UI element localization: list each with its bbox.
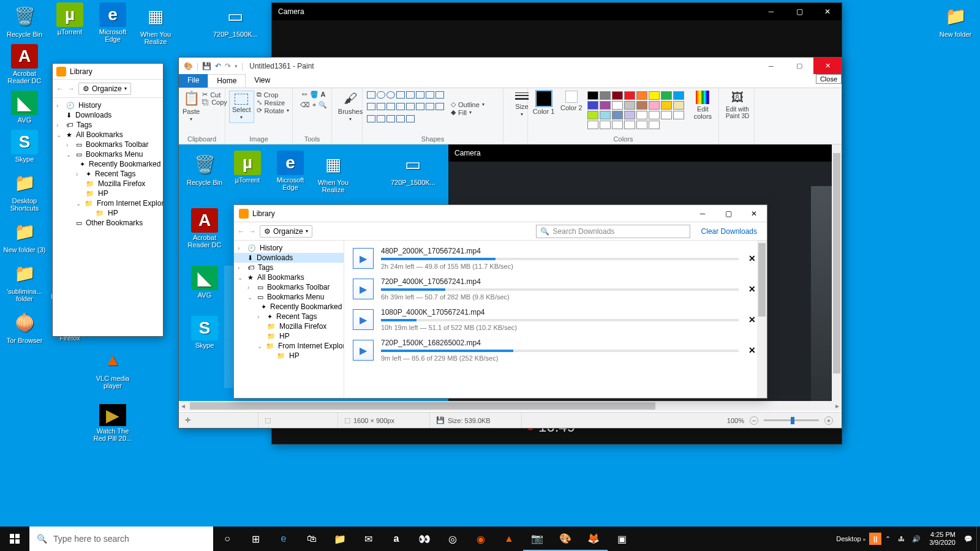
tree-twisty-icon[interactable]: ⌄ xyxy=(247,294,254,301)
close-button[interactable]: ✕ xyxy=(741,205,767,222)
crop-button[interactable]: ⧉Crop xyxy=(257,91,289,99)
desktop-icon[interactable]: ◣AVG xyxy=(2,91,47,124)
download-item[interactable]: ▶ 1080P_4000K_170567241.mp4 10h 19m left… xyxy=(344,304,767,335)
tree-node[interactable]: ⬇Downloads xyxy=(234,253,344,263)
tree-twisty-icon[interactable]: › xyxy=(247,284,254,291)
canvas-vscrollbar[interactable] xyxy=(832,144,842,411)
color-swatch[interactable] xyxy=(612,111,623,119)
color-swatch[interactable] xyxy=(612,91,623,100)
back-button[interactable]: ← xyxy=(56,84,64,93)
tree-node[interactable]: 📁HP xyxy=(234,331,344,341)
paint-titlebar[interactable]: 🎨 | 💾 ↶ ↷ ▾ | Untitled1361 - Paint ─ ▢ ✕ xyxy=(179,58,842,74)
tree-twisty-icon[interactable]: › xyxy=(238,245,244,252)
tree-node[interactable]: ›✦Recent Tags xyxy=(53,169,163,179)
color-swatch[interactable] xyxy=(649,101,660,110)
tree-node[interactable]: ⌄▭Bookmarks Menu xyxy=(53,149,163,159)
color-swatch[interactable] xyxy=(636,91,647,100)
desktop-icon-vlc[interactable]: ▲ VLC media player xyxy=(91,347,135,389)
color-swatch[interactable] xyxy=(661,91,672,100)
tb-app3[interactable]: ▣ xyxy=(608,527,636,551)
desktop-icon[interactable]: ▭720P_1500K... xyxy=(391,151,435,186)
search-downloads-input[interactable]: 🔍 Search Downloads xyxy=(536,225,690,238)
toolbar-desktop[interactable]: Desktop » xyxy=(832,535,869,542)
tree-node[interactable]: ✦Recently Bookmarked xyxy=(234,302,344,312)
tree-twisty-icon[interactable]: › xyxy=(238,264,244,271)
tree-twisty-icon[interactable]: › xyxy=(56,102,62,109)
color-swatch[interactable] xyxy=(612,121,623,129)
resize-button[interactable]: ⤡Resize xyxy=(257,99,289,107)
tree-node[interactable]: ⌄★All Bookmarks xyxy=(234,272,344,282)
desktop-icon[interactable]: 🗑️Recycle Bin xyxy=(2,2,47,38)
rotate-button[interactable]: ⟳Rotate▾ xyxy=(257,107,289,114)
desktop-icon-watch[interactable]: ▶ Watch The Red Pill 20... xyxy=(91,404,135,442)
download-item[interactable]: ▶ 480P_2000K_170567241.mp4 2h 24m left —… xyxy=(344,243,767,274)
cortana-button[interactable]: ○ xyxy=(213,527,241,551)
tree-node[interactable]: ⌄📁From Internet Explorer xyxy=(234,341,344,351)
cut-button[interactable]: ✂Cut xyxy=(202,91,227,99)
paste-button[interactable]: 📋Paste▾ xyxy=(183,91,200,122)
tree-node[interactable]: 📁Mozilla Firefox xyxy=(53,179,163,189)
tree-twisty-icon[interactable]: ⌄ xyxy=(56,132,62,138)
download-cancel-button[interactable]: ✕ xyxy=(746,252,758,264)
start-button[interactable] xyxy=(0,527,29,551)
tb-mail[interactable]: ✉ xyxy=(354,527,382,551)
task-view-button[interactable]: ⊞ xyxy=(241,527,270,551)
tb-amazon[interactable]: a xyxy=(382,527,410,551)
shape-fill-button[interactable]: ◆Fill▾ xyxy=(451,108,484,116)
clear-downloads-link[interactable]: Clear Downloads xyxy=(701,227,757,236)
tray-network-icon[interactable]: 🖧 xyxy=(894,535,908,542)
download-cancel-button[interactable]: ✕ xyxy=(746,313,758,326)
tray-clock[interactable]: 4:25 PM 3/9/2020 xyxy=(924,531,960,547)
color-swatch[interactable] xyxy=(673,91,684,100)
tree-twisty-icon[interactable]: ⌄ xyxy=(257,343,262,350)
tree-node[interactable]: ›🕘History xyxy=(53,100,163,110)
color-swatch[interactable] xyxy=(624,101,635,110)
library2-titlebar[interactable]: Library ─ ▢ ✕ xyxy=(234,205,767,222)
text-tool-icon[interactable]: A xyxy=(321,91,326,99)
color-palette[interactable] xyxy=(587,91,687,130)
zoom-slider[interactable] xyxy=(764,419,819,421)
color-swatch[interactable] xyxy=(587,91,598,100)
tb-paint[interactable]: 🎨 xyxy=(551,527,579,551)
color-swatch[interactable] xyxy=(587,111,598,119)
download-item[interactable]: ▶ 720P_1500K_168265002.mp4 9m left — 85.… xyxy=(344,335,767,365)
tb-explorer[interactable]: 📁 xyxy=(326,527,354,551)
color-swatch[interactable] xyxy=(600,111,611,119)
tree-node[interactable]: 📁HP xyxy=(53,208,163,218)
desktop-icon[interactable]: AAcrobat Reader DC xyxy=(183,208,227,249)
tree-node[interactable]: 📁HP xyxy=(53,189,163,198)
minimize-button[interactable]: ─ xyxy=(690,205,715,222)
maximize-button[interactable]: ▢ xyxy=(785,58,813,74)
color-swatch[interactable] xyxy=(600,91,611,100)
color-swatch[interactable] xyxy=(649,111,660,119)
minimize-button[interactable]: ─ xyxy=(757,58,785,74)
color-swatch[interactable] xyxy=(587,101,598,110)
tree-node[interactable]: ✦Recently Bookmarked xyxy=(53,159,163,169)
color-swatch[interactable] xyxy=(624,111,635,119)
tb-camera[interactable]: 📷 xyxy=(523,527,551,551)
tb-tripadvisor[interactable]: 👀 xyxy=(410,527,439,551)
tb-app2[interactable]: ◉ xyxy=(467,527,495,551)
tree-node[interactable]: ▭Other Bookmarks xyxy=(53,218,163,228)
shape-outline-button[interactable]: ◇Outline▾ xyxy=(451,100,484,108)
download-cancel-button[interactable]: ✕ xyxy=(746,344,758,356)
maximize-button[interactable]: ▢ xyxy=(715,205,741,222)
tb-edge[interactable]: e xyxy=(270,527,298,551)
tree-node[interactable]: ›✦Recent Tags xyxy=(234,312,344,321)
redo-icon[interactable]: ↷ xyxy=(225,62,231,70)
forward-button[interactable]: → xyxy=(67,84,75,93)
tree-node[interactable]: ›🏷Tags xyxy=(234,263,344,272)
desktop-icon[interactable]: AAcrobat Reader DC xyxy=(2,44,47,84)
desktop-icon[interactable]: SSkype xyxy=(2,130,47,163)
color-swatch[interactable] xyxy=(649,91,660,100)
select-button[interactable]: Select▾ xyxy=(229,91,254,123)
tree-node[interactable]: ⌄▭Bookmarks Menu xyxy=(234,292,344,302)
save-icon[interactable]: 💾 xyxy=(202,62,211,70)
forward-button[interactable]: → xyxy=(249,227,256,236)
tb-vlc[interactable]: ▲ xyxy=(495,527,523,551)
tree-twisty-icon[interactable]: › xyxy=(56,122,62,129)
color2-button[interactable]: Color 2 xyxy=(559,91,583,111)
color-swatch[interactable] xyxy=(661,101,672,110)
minimize-button[interactable]: ─ xyxy=(757,3,785,20)
color-swatch[interactable] xyxy=(624,91,635,100)
